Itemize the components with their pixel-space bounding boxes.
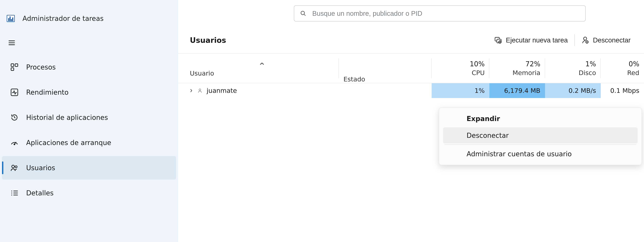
menu-item-expand[interactable]: Expandir — [443, 111, 638, 127]
svg-point-17 — [301, 11, 304, 15]
toolbar: Usuarios Ejecutar nueva tarea Desconecta… — [178, 27, 644, 54]
svg-line-18 — [304, 14, 306, 16]
sort-indicator — [260, 60, 264, 67]
col-label: Red — [627, 69, 639, 77]
col-header-user[interactable]: Usuario — [178, 54, 339, 83]
sidebar-item-label: Usuarios — [26, 164, 55, 172]
svg-point-8 — [14, 144, 15, 145]
svg-point-9 — [12, 165, 14, 168]
col-pct: 1% — [586, 60, 596, 68]
hamburger-button[interactable] — [0, 32, 178, 54]
app-icon — [7, 15, 15, 22]
table-row[interactable]: juanmate 1% 6,179.4 MB 0.2 MB/s 0.1 Mbps — [178, 83, 644, 98]
sidebar-item-label: Aplicaciones de arranque — [26, 139, 111, 146]
search-box[interactable] — [294, 5, 586, 22]
table-header: Usuario Estado 10% CPU 72% Memoria 1% Di… — [178, 54, 644, 83]
users-icon — [10, 164, 18, 172]
history-icon — [10, 113, 18, 122]
col-pct: 10% — [470, 60, 485, 68]
disconnect-icon — [582, 37, 589, 44]
sidebar-item-label: Procesos — [26, 63, 56, 71]
svg-point-15 — [11, 194, 12, 195]
gauge-icon — [10, 139, 18, 147]
context-menu: Expandir Desconectar Administrar cuentas… — [439, 107, 642, 165]
col-label: CPU — [472, 69, 485, 77]
sidebar-item-details[interactable]: Detalles — [2, 181, 176, 205]
sidebar-item-app-history[interactable]: Historial de aplicaciones — [2, 106, 176, 129]
col-header-memory[interactable]: 72% Memoria — [489, 54, 545, 83]
run-task-label: Ejecutar nueva tarea — [506, 37, 568, 44]
pulse-icon — [10, 88, 18, 96]
disconnect-button[interactable]: Desconectar — [575, 27, 637, 53]
svg-point-11 — [11, 190, 12, 191]
cell-state — [339, 83, 432, 98]
nav: Procesos Rendimiento Historial de aplica… — [0, 54, 178, 205]
sidebar-item-performance[interactable]: Rendimiento — [2, 81, 176, 104]
cell-cpu: 1% — [432, 83, 489, 98]
col-pct: 72% — [526, 60, 540, 68]
col-header-cpu[interactable]: 10% CPU — [432, 54, 489, 83]
menu-item-manage-accounts[interactable]: Administrar cuentas de usuario — [443, 146, 638, 162]
col-header-state[interactable]: Estado — [339, 54, 432, 83]
hamburger-icon — [8, 40, 16, 46]
users-table: Usuario Estado 10% CPU 72% Memoria 1% Di… — [178, 54, 644, 98]
user-name: juanmate — [206, 87, 237, 94]
svg-point-28 — [199, 89, 201, 91]
chevron-right-icon — [189, 89, 193, 93]
search-icon — [300, 11, 306, 17]
cell-user[interactable]: juanmate — [178, 83, 339, 98]
col-pct: 0% — [629, 60, 639, 68]
search-input[interactable] — [312, 10, 579, 17]
sidebar-item-users[interactable]: Usuarios — [2, 156, 176, 180]
svg-rect-4 — [15, 64, 18, 67]
col-label: Usuario — [190, 70, 334, 77]
menu-separator — [444, 144, 636, 145]
sidebar-item-label: Historial de aplicaciones — [26, 114, 108, 121]
svg-rect-5 — [11, 68, 14, 71]
titlebar: Administrador de tareas — [0, 5, 178, 32]
svg-point-24 — [584, 37, 587, 40]
cell-network: 0.1 Mbps — [601, 83, 644, 98]
list-icon — [10, 189, 18, 197]
run-task-icon — [494, 37, 502, 44]
sidebar-item-startup-apps[interactable]: Aplicaciones de arranque — [2, 131, 176, 154]
col-label: Disco — [578, 69, 596, 77]
col-header-disk[interactable]: 1% Disco — [545, 54, 601, 83]
app-title: Administrador de tareas — [22, 15, 104, 22]
cell-disk: 0.2 MB/s — [545, 83, 601, 98]
person-icon — [197, 88, 202, 93]
disconnect-label: Desconectar — [593, 37, 630, 44]
sidebar-item-label: Detalles — [26, 189, 54, 197]
col-label: Memoria — [512, 69, 540, 77]
grid-icon — [10, 63, 18, 71]
header-row — [178, 0, 644, 27]
svg-rect-3 — [11, 64, 14, 67]
svg-point-13 — [11, 192, 12, 193]
col-header-network[interactable]: 0% Red — [601, 54, 644, 83]
page-title: Usuarios — [185, 36, 226, 45]
sidebar-item-processes[interactable]: Procesos — [2, 55, 176, 79]
run-new-task-button[interactable]: Ejecutar nueva tarea — [488, 27, 574, 53]
svg-point-10 — [15, 166, 17, 168]
sidebar: Administrador de tareas Procesos Rendimi… — [0, 0, 178, 242]
sidebar-item-label: Rendimiento — [26, 88, 68, 96]
cell-memory: 6,179.4 MB — [489, 83, 545, 98]
menu-item-disconnect[interactable]: Desconectar — [443, 127, 638, 143]
col-label: Estado — [344, 76, 427, 83]
main: Usuarios Ejecutar nueva tarea Desconecta… — [178, 0, 644, 242]
